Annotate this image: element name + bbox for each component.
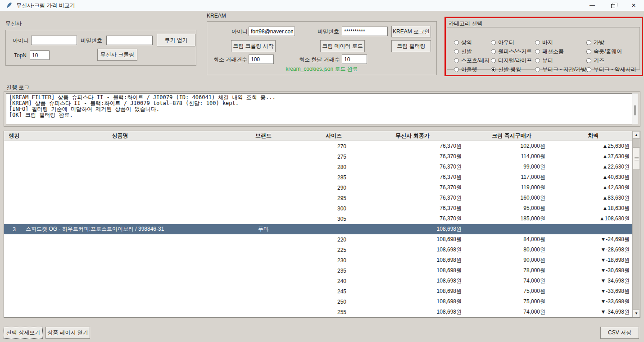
cell-size: 300 <box>311 203 356 214</box>
log-scrollbar-thumb[interactable] <box>634 105 636 115</box>
category-radio[interactable]: 원피스/스커트 <box>491 48 535 55</box>
scroll-down-icon[interactable]: ▼ <box>633 310 640 317</box>
table-row[interactable]: 220 108,698원 84,000원 ▼-24,698원 <box>4 234 632 245</box>
close-button[interactable]: ✕ <box>623 0 644 11</box>
log-scrollbar[interactable] <box>632 93 638 124</box>
category-radio[interactable]: 뷰티 <box>535 57 586 64</box>
cell-musinsa-price: 108,698원 <box>356 224 469 234</box>
cell-brand <box>216 141 311 151</box>
table-header: 랭킹 상품명 브랜드 사이즈 무신사 최종가 크림 즉시구매가 차액 <box>4 131 632 141</box>
category-radio[interactable]: 아울렛 <box>454 66 491 73</box>
category-radio[interactable]: 부티크 - 악세서리 <box>586 66 637 73</box>
cell-brand <box>216 203 311 214</box>
cookie-status-text: kream_cookies.json 로드 완료 <box>207 65 436 73</box>
col-header-kream-price[interactable]: 크림 즉시구매가 <box>469 131 554 141</box>
category-radio[interactable]: 패션소품 <box>535 48 586 55</box>
table-row[interactable]: 245 108,698원 75,000원 ▼-33,698원 <box>4 286 632 296</box>
table-row[interactable]: 270 76,370원 102,000원 ▲25,630원 <box>4 141 632 151</box>
cell-rank: 3 <box>4 224 24 234</box>
table-row[interactable]: 225 108,698원 80,000원 ▼-28,698원 <box>4 245 632 255</box>
csv-save-button[interactable]: CSV 저장 <box>600 327 639 339</box>
log-textarea[interactable]: [KREAM FILTER] 상품 슈퍼스타 II - 블랙:화이트 / JI0… <box>6 93 632 124</box>
col-header-diff[interactable]: 차액 <box>554 131 632 141</box>
view-detail-button[interactable]: 선택 상세보기 <box>4 327 43 339</box>
cell-rank <box>4 234 24 245</box>
kream-id-input[interactable] <box>249 27 295 36</box>
table-row[interactable]: 3 스피드캣 OG - 하우트커피:프로스트아이보리 / 398846-31 푸… <box>4 224 632 234</box>
table-row[interactable]: 230 108,698원 90,000원 ▼-18,698원 <box>4 255 632 265</box>
category-radio[interactable]: 상의 <box>454 39 491 46</box>
radio-icon <box>454 49 459 54</box>
category-radio[interactable]: 아우터 <box>491 39 535 46</box>
cell-musinsa-price: 76,370원 <box>356 214 469 224</box>
category-radio[interactable]: 속옷/홈웨어 <box>586 48 637 55</box>
cell-diff: ▼-34,698원 <box>554 307 632 317</box>
min-monthly-input[interactable] <box>342 55 367 64</box>
cell-size: 235 <box>311 265 356 276</box>
scroll-up-icon[interactable]: ▲ <box>633 131 640 139</box>
category-radio[interactable]: 디지털/라이프 <box>491 57 535 64</box>
table-row[interactable]: 295 76,370원 160,000원 ▲83,630원 <box>4 193 632 203</box>
cell-size: 285 <box>311 172 356 182</box>
col-header-brand[interactable]: 브랜드 <box>216 131 311 141</box>
category-radio[interactable]: 신발 <box>454 48 491 55</box>
table-row[interactable]: 300 76,370원 95,000원 ▲18,630원 <box>4 203 632 214</box>
table-row[interactable]: 250 108,698원 75,000원 ▼-33,698원 <box>4 296 632 307</box>
musinsa-group: 아이디 비밀번호 쿠키 얻기 TopN 무신사 크롤링 <box>5 30 196 66</box>
get-cookie-button[interactable]: 쿠키 얻기 <box>157 34 195 46</box>
kream-pw-input[interactable] <box>342 27 388 36</box>
radio-icon <box>586 40 591 45</box>
table-row[interactable]: 285 76,370원 117,000원 ▲40,630원 <box>4 172 632 182</box>
cell-diff: ▼-33,698원 <box>554 286 632 296</box>
cell-kream-price: 75,000원 <box>469 286 554 296</box>
category-radio[interactable]: 키즈 <box>586 57 637 64</box>
table-row[interactable]: 280 76,370원 99,000원 ▲22,630원 <box>4 162 632 172</box>
cell-diff: ▲22,630원 <box>554 162 632 172</box>
category-radio[interactable]: 가방 <box>586 39 637 46</box>
log-line: [INFO] 필터링 기준에 미달하여 제거된 상품이 없습니다. <box>9 106 629 112</box>
cell-kream-price: 75,000원 <box>469 296 554 307</box>
table-row[interactable]: 240 108,698원 74,000원 ▼-34,698원 <box>4 276 632 286</box>
cell-size: 220 <box>311 234 356 245</box>
cell-rank <box>4 255 24 265</box>
table-row[interactable]: 235 108,698원 78,000원 ▼-30,698원 <box>4 265 632 276</box>
cell-brand <box>216 172 311 182</box>
musinsa-pw-input[interactable] <box>106 36 153 45</box>
table-row[interactable]: 305 76,370원 185,000원 ▲108,630원 <box>4 214 632 224</box>
col-header-size[interactable]: 사이즈 <box>311 131 356 141</box>
open-product-page-button[interactable]: 상품 페이지 열기 <box>45 327 90 339</box>
table-row[interactable]: 290 76,370원 119,000원 ▲42,630원 <box>4 182 632 193</box>
col-header-rank[interactable]: 랭킹 <box>4 131 24 141</box>
restore-button[interactable] <box>603 0 623 11</box>
cell-size: 230 <box>311 255 356 265</box>
category-radio-grid: 상의 아우터 바지 가방 신발 원피스/스커트 패션소품 속옷/홈웨어 스포츠/… <box>449 38 637 74</box>
minimize-button[interactable]: — <box>582 0 603 11</box>
radio-icon <box>454 40 459 45</box>
cell-kream-price: 185,000원 <box>469 214 554 224</box>
cell-musinsa-price: 76,370원 <box>356 151 469 162</box>
table-scrollbar-thumb[interactable] <box>633 147 640 170</box>
table-row[interactable]: 275 76,370원 114,000원 ▲37,630원 <box>4 151 632 162</box>
kream-login-button[interactable]: KREAM 로그인 <box>391 26 431 37</box>
category-radio[interactable]: 신발 랭킹 <box>491 66 535 73</box>
min-trades-input[interactable] <box>249 55 274 64</box>
musinsa-id-label: 아이디 <box>13 37 29 45</box>
col-header-name[interactable]: 상품명 <box>24 131 216 141</box>
musinsa-id-input[interactable] <box>31 36 77 45</box>
kream-data-load-button[interactable]: 크림 데이터 로드 <box>320 40 365 52</box>
table-row[interactable]: 255 108,698원 74,000원 ▼-34,698원 <box>4 307 632 317</box>
col-header-musinsa-price[interactable]: 무신사 최종가 <box>356 131 469 141</box>
kream-crawl-start-button[interactable]: 크림 크롤링 시작 <box>231 40 276 52</box>
topn-input[interactable] <box>30 50 50 60</box>
cell-diff: ▼-33,698원 <box>554 296 632 307</box>
cell-name <box>24 182 216 193</box>
cell-rank <box>4 214 24 224</box>
category-radio[interactable]: 부티크 - 지갑/가방 <box>535 66 586 73</box>
cell-musinsa-price: 108,698원 <box>356 265 469 276</box>
category-radio[interactable]: 스포츠/레저 <box>454 57 491 64</box>
min-trades-label: 최소 거래건수 <box>213 56 247 64</box>
kream-filter-button[interactable]: 크림 필터링 <box>391 40 431 52</box>
musinsa-crawl-button[interactable]: 무신사 크롤링 <box>97 49 137 61</box>
category-radio[interactable]: 바지 <box>535 39 586 46</box>
table-scrollbar[interactable]: ▲ ▼ <box>632 131 640 317</box>
